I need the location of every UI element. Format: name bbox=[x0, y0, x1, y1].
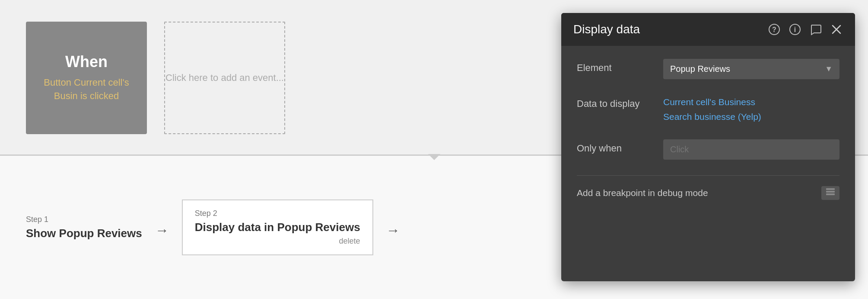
panel-header: Display data ? i bbox=[561, 13, 855, 46]
svg-rect-8 bbox=[826, 193, 835, 195]
element-dropdown[interactable]: Popup Reviews ▼ bbox=[663, 59, 839, 79]
info-icon[interactable]: i bbox=[789, 23, 801, 36]
step2-title: Display data in Popup Reviews bbox=[195, 221, 360, 234]
breakpoint-label: Add a breakpoint in debug mode bbox=[577, 188, 708, 198]
step1-info: Step 1 Show Popup Reviews bbox=[26, 215, 142, 240]
data-to-display-row: Data to display Current cell's Business … bbox=[577, 95, 839, 124]
svg-rect-6 bbox=[826, 188, 835, 190]
help-icon[interactable]: ? bbox=[768, 23, 781, 36]
step2-delete[interactable]: delete bbox=[195, 237, 360, 246]
only-when-input[interactable] bbox=[663, 139, 839, 160]
panel-body: Element Popup Reviews ▼ Data to display … bbox=[561, 46, 855, 213]
step1-label: Step 1 bbox=[26, 215, 48, 224]
data-to-display-label: Data to display bbox=[577, 95, 663, 109]
step2-block[interactable]: Step 2 Display data in Popup Reviews del… bbox=[182, 199, 373, 255]
step2-arrow-icon: → bbox=[386, 222, 400, 238]
only-when-content[interactable] bbox=[663, 139, 839, 160]
data-display-line2: Search businesse (Yelp) bbox=[663, 109, 839, 124]
svg-text:i: i bbox=[794, 26, 796, 33]
data-to-display-value-container[interactable]: Current cell's Business Search businesse… bbox=[663, 95, 839, 124]
when-title: When bbox=[65, 53, 108, 71]
element-value-container[interactable]: Popup Reviews ▼ bbox=[663, 59, 839, 79]
when-block: When Button Current cell's Busin is clic… bbox=[26, 22, 147, 134]
data-display-line1: Current cell's Business bbox=[663, 95, 839, 109]
add-event-block[interactable]: Click here to add an event... bbox=[164, 22, 285, 134]
add-event-text: Click here to add an event... bbox=[165, 72, 284, 84]
comment-icon[interactable] bbox=[809, 23, 822, 36]
only-when-row: Only when bbox=[577, 139, 839, 160]
section-arrow bbox=[428, 154, 440, 160]
breakpoint-row: Add a breakpoint in debug mode bbox=[577, 175, 839, 200]
svg-text:?: ? bbox=[772, 26, 776, 33]
step2-label: Step 2 bbox=[195, 209, 360, 218]
close-icon[interactable] bbox=[830, 23, 843, 36]
step1-title: Show Popup Reviews bbox=[26, 227, 142, 240]
element-dropdown-value: Popup Reviews bbox=[670, 64, 730, 74]
dropdown-arrow-icon: ▼ bbox=[825, 64, 833, 74]
when-description: Button Current cell's Busin is clicked bbox=[35, 76, 138, 103]
panel-icon-group: ? i bbox=[768, 23, 843, 36]
element-label: Element bbox=[577, 59, 663, 74]
only-when-label: Only when bbox=[577, 139, 663, 154]
breakpoint-icon-symbol bbox=[826, 188, 835, 199]
panel-title: Display data bbox=[573, 23, 640, 36]
breakpoint-icon-button[interactable] bbox=[821, 186, 839, 200]
element-row: Element Popup Reviews ▼ bbox=[577, 59, 839, 79]
display-data-panel: Display data ? i bbox=[561, 13, 855, 281]
svg-rect-7 bbox=[826, 191, 835, 193]
step1-arrow-icon: → bbox=[155, 222, 169, 238]
